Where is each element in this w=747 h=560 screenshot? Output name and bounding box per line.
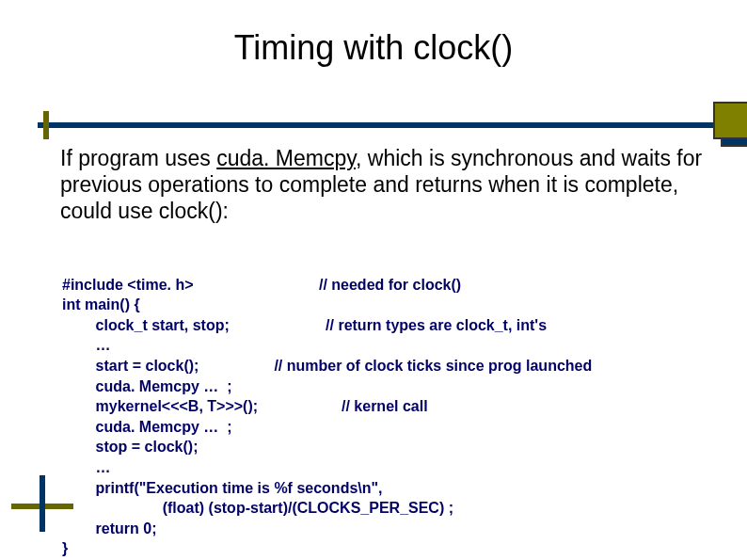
code-line: stop = clock(); (62, 439, 198, 455)
footer-cross-v (40, 475, 45, 532)
code-line: mykernel<<<B, T>>>(); // kernel call (62, 398, 428, 414)
intro-underlined: cuda. Memcpy (216, 146, 356, 170)
code-line: (float) (stop-start)/(CLOCKS_PER_SEC) ; (62, 500, 453, 516)
code-line: #include <time. h> // needed for clock() (62, 277, 461, 293)
code-line: clock_t start, stop; // return types are… (62, 317, 547, 333)
code-line: … (62, 337, 111, 353)
slide-title: Timing with clock() (0, 28, 747, 68)
code-line: cuda. Memcpy … ; (62, 378, 231, 394)
slide-title-wrap: Timing with clock() (0, 28, 747, 68)
code-line: cuda. Memcpy … ; (62, 419, 231, 435)
footer-cross-icon (11, 475, 87, 532)
intro-paragraph: If program uses cuda. Memcpy, which is s… (60, 145, 709, 224)
title-divider-bar (38, 122, 724, 128)
code-block: #include <time. h> // needed for clock()… (62, 254, 739, 559)
code-line: int main() { (62, 296, 140, 312)
code-line: start = clock(); // number of clock tick… (62, 358, 592, 374)
title-divider-tick (43, 111, 49, 139)
intro-pre: If program uses (60, 146, 216, 170)
code-line: } (62, 540, 68, 556)
code-line: printf("Execution time is %f seconds\n", (62, 480, 383, 496)
title-divider-square (715, 104, 747, 137)
code-line: … (62, 459, 111, 475)
